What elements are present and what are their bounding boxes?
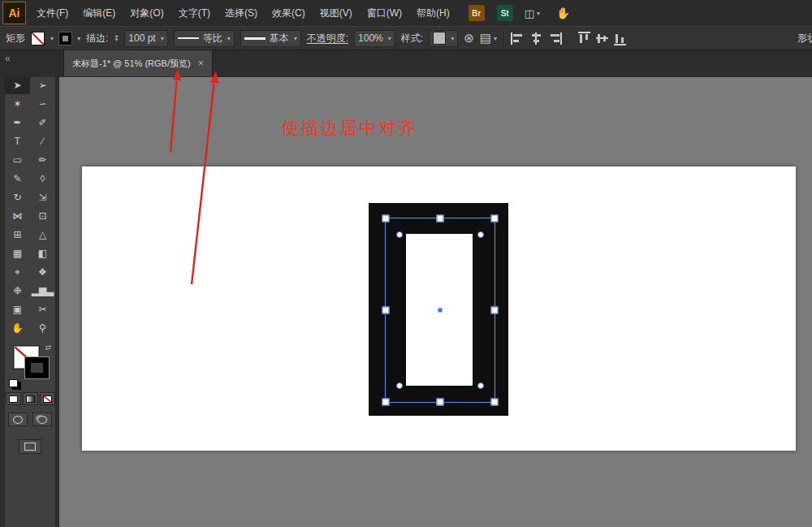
graphic-style-label[interactable]: 样式: [401, 32, 423, 45]
gradient-tool[interactable]: ◧ [30, 244, 55, 262]
pen-tool[interactable]: ✒ [5, 113, 30, 132]
align-bottom-button[interactable] [614, 32, 626, 45]
collapse-panels-icon[interactable]: « [5, 53, 9, 64]
stepper-down-icon[interactable]: ▼ [114, 38, 119, 42]
selection-handle[interactable] [382, 399, 390, 406]
close-icon[interactable]: × [198, 58, 204, 69]
menu-item-edit[interactable]: 编辑(E) [76, 0, 123, 26]
selection-handle[interactable] [437, 399, 444, 406]
curvature-tool[interactable]: ✐ [30, 113, 55, 132]
column-graph-tool[interactable]: ▂▆▃ [30, 281, 55, 300]
draw-normal-button[interactable] [8, 413, 28, 426]
graphic-style-select[interactable]: ▾ [429, 30, 458, 47]
zoom-tool[interactable]: ⚲ [30, 318, 55, 337]
rectangle-tool[interactable]: ▭ [5, 150, 30, 169]
workspace-switcher[interactable]: ◫ ▾ [525, 7, 540, 19]
zoom-tool-icon: ⚲ [39, 322, 46, 334]
selection-handle[interactable] [382, 215, 390, 222]
eyedropper-tool[interactable]: ⌖ [5, 262, 30, 281]
selection-tool[interactable]: ➤ [5, 76, 30, 94]
stock-button[interactable]: St [497, 5, 513, 21]
default-fill-stroke-icon[interactable] [9, 379, 18, 387]
document-tab-bar: « 未标题-1* @ 51% (RGB/预览) × [0, 50, 812, 77]
touch-gesture-icon[interactable]: ✋ [556, 6, 570, 19]
draw-behind-button[interactable] [32, 413, 52, 426]
menu-item-window[interactable]: 窗口(W) [360, 0, 409, 26]
slice-tool[interactable]: ✂ [30, 300, 55, 318]
stroke-swatch[interactable] [25, 357, 49, 378]
chevron-down-icon: ▾ [294, 35, 297, 42]
direct-selection-tool[interactable]: ➢ [30, 76, 55, 94]
screen-mode-row [5, 439, 55, 454]
opacity-label[interactable]: 不透明度: [307, 32, 348, 45]
chevron-down-icon[interactable]: ▾ [77, 35, 80, 42]
hand-tool-icon: ✋ [11, 322, 24, 334]
paintbrush-tool[interactable]: ✏ [30, 150, 55, 169]
variable-width-profile-select[interactable]: 等比 ▾ [174, 30, 235, 47]
anchor-point[interactable] [477, 231, 484, 238]
menu-item-view[interactable]: 视图(V) [313, 0, 360, 26]
magic-wand-tool[interactable]: ✶ [5, 94, 30, 113]
perspective-grid-tool[interactable]: △ [30, 225, 55, 244]
illustrator-logo: Ai [2, 2, 26, 24]
document-tab[interactable]: 未标题-1* @ 51% (RGB/预览) × [63, 50, 213, 76]
chevron-down-icon[interactable]: ▾ [50, 35, 54, 42]
free-transform-tool[interactable]: ⊡ [30, 206, 55, 225]
none-mode-button[interactable] [40, 392, 55, 405]
type-tool[interactable]: T [5, 132, 30, 150]
width-tool[interactable]: ⋈ [5, 206, 30, 225]
stroke-weight-stepper[interactable]: ▲ ▼ [114, 34, 119, 42]
symbol-sprayer-tool[interactable]: ❉ [5, 281, 30, 300]
menu-item-select[interactable]: 选择(S) [218, 0, 265, 26]
selection-handle[interactable] [491, 399, 499, 406]
selection-handle[interactable] [491, 215, 499, 222]
menu-item-object[interactable]: 对象(O) [123, 0, 171, 26]
selection-bounding-box[interactable] [385, 218, 495, 403]
lasso-tool[interactable]: ∽ [30, 94, 55, 113]
blend-tool[interactable]: ❖ [30, 262, 55, 281]
opacity-select[interactable]: 100% ▾ [354, 30, 395, 47]
menu-item-effect[interactable]: 效果(C) [265, 0, 313, 26]
screen-mode-button[interactable] [19, 439, 41, 454]
anchor-point[interactable] [396, 382, 403, 389]
scale-tool[interactable]: ⇲ [30, 188, 55, 206]
stroke-weight-label[interactable]: 描边: [86, 32, 108, 45]
align-vertical-center-button[interactable] [596, 32, 608, 45]
selection-handle[interactable] [491, 307, 499, 314]
canvas[interactable]: 使描边居中对齐 [59, 77, 812, 527]
bridge-button[interactable]: Br [469, 5, 485, 21]
rectangle-tool-icon: ▭ [13, 154, 22, 166]
brush-definition-select[interactable]: 基本 ▾ [240, 30, 301, 47]
mesh-tool[interactable]: ▦ [5, 244, 30, 262]
align-right-button[interactable] [548, 32, 562, 45]
eraser-tool[interactable]: ◊ [30, 169, 55, 188]
selection-handle[interactable] [437, 215, 444, 222]
align-left-button[interactable] [511, 32, 525, 45]
center-point[interactable] [438, 309, 443, 313]
shaper-tool[interactable]: ✎ [5, 169, 30, 188]
menu-item-help[interactable]: 帮助(H) [409, 0, 457, 26]
chevron-down-icon: ▾ [388, 35, 391, 42]
swap-fill-stroke-icon[interactable]: ⇄ [45, 343, 51, 352]
anchor-point[interactable] [477, 382, 484, 389]
menu-item-type[interactable]: 文字(T) [171, 0, 218, 26]
align-top-button[interactable] [578, 32, 590, 45]
recolor-artwork-icon[interactable]: ⊛ [464, 31, 474, 45]
stroke-weight-select[interactable]: 100 pt ▾ [124, 30, 167, 47]
fill-color-swatch[interactable] [31, 32, 45, 45]
stroke-color-swatch[interactable] [59, 32, 71, 45]
shape-builder-tool[interactable]: ⊞ [5, 225, 30, 244]
anchor-point[interactable] [396, 231, 403, 238]
hand-tool[interactable]: ✋ [5, 318, 30, 337]
menu-item-file[interactable]: 文件(F) [29, 0, 76, 26]
align-horizontal-center-button[interactable] [530, 32, 542, 45]
line-segment-tool[interactable]: ∕ [30, 132, 55, 150]
selection-handle[interactable] [382, 307, 390, 314]
artboard-tool[interactable]: ▣ [5, 300, 30, 318]
shape-panel-label[interactable]: 形状 [797, 32, 812, 45]
menu-items: 文件(F)编辑(E)对象(O)文字(T)选择(S)效果(C)视图(V)窗口(W)… [29, 0, 457, 26]
arrange-documents-select[interactable]: ▤ ▾ [480, 31, 497, 45]
rotate-tool[interactable]: ↻ [5, 188, 30, 206]
color-mode-button[interactable] [6, 392, 21, 405]
gradient-mode-button[interactable] [23, 392, 38, 405]
